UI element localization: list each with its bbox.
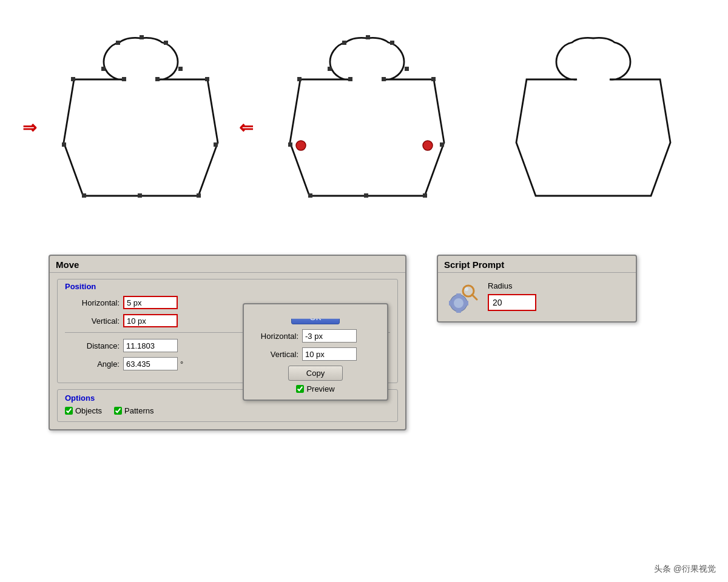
svg-rect-21: [431, 77, 436, 81]
watermark: 头条 @衍果视觉: [654, 564, 716, 575]
shape1-svg: [53, 33, 229, 221]
horizontal-label: Horizontal:: [65, 298, 120, 307]
right-arrow-icon: ⇐: [239, 118, 253, 138]
ok-button[interactable]: OK: [291, 310, 340, 324]
svg-rect-2: [140, 35, 144, 39]
svg-rect-22: [297, 77, 302, 81]
degree-symbol: °: [180, 360, 183, 369]
copy-button[interactable]: Copy: [288, 366, 343, 381]
objects-checkbox[interactable]: [65, 407, 73, 415]
svg-rect-12: [82, 193, 86, 198]
patterns-checkbox[interactable]: [114, 407, 122, 415]
svg-rect-25: [423, 193, 427, 198]
svg-rect-32: [456, 293, 461, 296]
svg-point-38: [465, 287, 468, 291]
patterns-checkbox-label[interactable]: Patterns: [114, 406, 153, 415]
script-dialog-title: Script Prompt: [438, 256, 636, 273]
svg-rect-20: [382, 77, 386, 81]
preview-checkbox[interactable]: [296, 385, 304, 393]
move-dialog-title: Move: [50, 256, 405, 273]
svg-rect-1: [164, 41, 168, 45]
svg-line-37: [472, 295, 477, 299]
script-icon: [448, 281, 479, 313]
sub-horizontal-label: Horizontal:: [250, 332, 298, 341]
shape3-container: [493, 27, 687, 227]
options-row: Objects Patterns: [65, 406, 390, 415]
svg-rect-24: [288, 142, 292, 147]
angle-input[interactable]: [123, 357, 178, 370]
svg-rect-18: [405, 67, 409, 71]
svg-rect-27: [364, 193, 368, 198]
script-dialog: Script Prompt Radius: [437, 255, 637, 323]
shapes-area: ⇒ ⇐: [0, 12, 728, 242]
svg-rect-14: [342, 41, 346, 45]
patterns-label: Patterns: [124, 406, 153, 415]
svg-rect-16: [366, 35, 370, 39]
svg-rect-7: [205, 77, 209, 81]
svg-rect-26: [308, 193, 312, 198]
svg-rect-6: [155, 77, 160, 81]
position-label: Position: [65, 282, 390, 291]
svg-rect-5: [122, 77, 126, 81]
angle-label: Angle:: [65, 360, 120, 369]
shape1-container: ⇒ ⇐: [41, 27, 235, 227]
svg-rect-35: [465, 301, 468, 306]
svg-point-28: [296, 141, 306, 150]
radius-input[interactable]: [488, 294, 536, 311]
svg-point-29: [423, 141, 433, 150]
left-arrow-icon: ⇒: [22, 118, 36, 138]
sub-horizontal-input[interactable]: [302, 329, 357, 343]
svg-rect-9: [214, 142, 218, 147]
sub-dialog: OK Horizontal: Vertical: Copy Preview: [243, 303, 388, 401]
distance-input[interactable]: [123, 339, 178, 352]
vertical-input[interactable]: [123, 314, 178, 327]
svg-rect-13: [138, 193, 142, 198]
svg-rect-0: [116, 41, 120, 45]
script-right: Radius: [488, 281, 536, 311]
shape2-svg: [279, 33, 455, 221]
objects-label: Objects: [75, 406, 102, 415]
preview-row: Preview: [250, 384, 381, 393]
svg-rect-19: [348, 77, 352, 81]
horizontal-input[interactable]: [123, 296, 178, 309]
svg-rect-15: [390, 41, 394, 45]
objects-checkbox-label[interactable]: Objects: [65, 406, 102, 415]
radius-label: Radius: [488, 281, 536, 290]
svg-rect-23: [440, 142, 444, 147]
distance-label: Distance:: [65, 341, 120, 350]
svg-rect-33: [456, 310, 461, 313]
sub-horizontal-row: Horizontal:: [250, 329, 381, 343]
svg-point-31: [454, 298, 463, 308]
sub-vertical-label: Vertical:: [250, 350, 298, 359]
svg-rect-8: [71, 77, 75, 81]
shape3-svg: [505, 33, 681, 221]
sub-vertical-row: Vertical:: [250, 347, 381, 361]
preview-label: Preview: [306, 384, 334, 393]
sub-vertical-input[interactable]: [302, 347, 357, 361]
svg-rect-11: [197, 193, 201, 198]
svg-rect-34: [449, 301, 452, 306]
vertical-label: Vertical:: [65, 316, 120, 326]
svg-rect-3: [101, 67, 106, 71]
script-content: Radius: [438, 273, 636, 321]
svg-rect-4: [178, 67, 183, 71]
svg-rect-17: [328, 67, 332, 71]
shape2-container: [267, 27, 461, 227]
svg-rect-10: [62, 142, 66, 147]
